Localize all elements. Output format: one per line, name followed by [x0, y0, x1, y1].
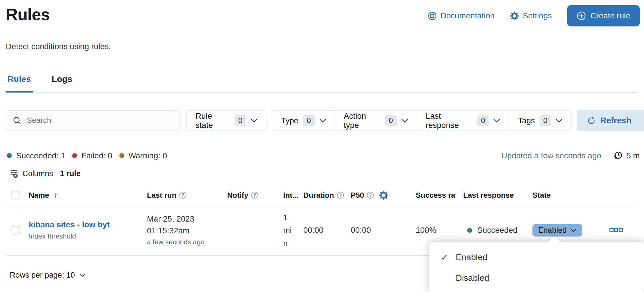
create-rule-button[interactable]: Create rule [567, 5, 640, 26]
rule-state-filter-label: Rule state [195, 112, 230, 130]
tags-filter[interactable]: Tags 0 [509, 111, 571, 130]
row-interval-cell: 1 min [283, 211, 303, 250]
action-type-filter[interactable]: Action type 0 [335, 111, 417, 130]
failed-status: Failed: 0 [72, 151, 112, 160]
header-state[interactable]: State [526, 191, 594, 200]
row-duration-cell: 00:00 [303, 226, 351, 235]
header-duration-label: Duration [303, 191, 334, 200]
tab-rules[interactable]: Rules [6, 72, 33, 93]
sort-ascending-icon: ↑ [54, 191, 58, 200]
interval-value: 1 min [283, 211, 295, 250]
search-input[interactable] [27, 116, 174, 125]
help-icon[interactable]: ? [179, 192, 186, 199]
rules-page: Rules Documentation Settings Create rule [0, 0, 644, 292]
time-refresh-icon [613, 151, 623, 160]
rules-toolbar: Rule state 0 Type 0 Action type 0 [6, 110, 644, 131]
select-all-cell [6, 191, 29, 199]
chevron-down-icon [251, 119, 257, 123]
header-interval[interactable]: Int... [283, 191, 303, 200]
warning-dot-icon [119, 153, 124, 158]
row-state-cell: Enabled [526, 224, 594, 237]
header-last-response-label: Last response [463, 191, 514, 200]
tags-count-badge: 0 [540, 115, 551, 126]
header-actions: Documentation Settings Create rule [428, 5, 640, 26]
status-bar: Succeeded: 1 Failed: 0 Warning: 0 Update… [7, 151, 640, 160]
last-response-filter-label: Last response [426, 112, 473, 130]
menu-item-enabled-label: Enabled [456, 252, 487, 262]
p50-value: 00:00 [351, 226, 371, 235]
settings-link[interactable]: Settings [510, 11, 552, 20]
rule-state-filter-wrap: Rule state 0 [186, 110, 267, 131]
table-controls: Columns 1 rule [9, 169, 81, 178]
type-filter-label: Type [281, 116, 298, 125]
success-rate-value: 100% [416, 226, 436, 235]
filter-group: Type 0 Action type 0 Last response 0 [272, 110, 572, 131]
refresh-interval-button[interactable]: 5 m [613, 151, 640, 160]
rule-state-filter[interactable]: Rule state 0 [187, 111, 266, 130]
rows-per-page-button[interactable]: Rows per page: 10 [10, 271, 86, 280]
state-value: Enabled [538, 226, 567, 235]
settings-label: Settings [523, 11, 552, 20]
columns-button[interactable]: Columns [9, 169, 53, 178]
page-subtitle: Detect conditions using rules. [6, 42, 111, 51]
help-icon[interactable]: ? [367, 192, 374, 199]
rule-type-label: Index threshold [29, 232, 76, 240]
chevron-down-icon [570, 228, 576, 232]
row-success-rate-cell: 100% [408, 226, 456, 235]
menu-item-enabled[interactable]: ✓ Enabled [429, 247, 644, 268]
tab-bar: Rules Logs [6, 72, 638, 93]
succeeded-dot-icon [467, 228, 472, 233]
p50-settings-gear-icon[interactable] [379, 191, 388, 200]
header-name-label: Name [29, 191, 49, 200]
refresh-button[interactable]: Refresh [577, 110, 644, 131]
row-actions-cell [594, 228, 638, 232]
type-count-badge: 0 [303, 115, 315, 126]
search-box[interactable] [6, 110, 181, 131]
action-type-filter-label: Action type [344, 112, 381, 130]
row-last-response-cell: Succeeded [456, 226, 526, 235]
header-p50-label: P50 [351, 191, 364, 200]
action-type-count-badge: 0 [385, 115, 396, 126]
columns-list-add-icon [9, 169, 18, 178]
row-checkbox[interactable] [12, 226, 20, 235]
header-state-label: State [532, 191, 551, 200]
chevron-down-icon [401, 119, 408, 123]
header-success-rate[interactable]: Success rat [408, 191, 456, 200]
chevron-down-icon [319, 119, 326, 123]
help-icon[interactable]: ? [337, 192, 344, 199]
rows-per-page-label: Rows per page: 10 [10, 271, 75, 280]
row-actions-boxes-icon[interactable] [610, 228, 623, 232]
header-p50[interactable]: P50 ? [351, 191, 408, 200]
header-interval-label: Int... [283, 191, 298, 200]
header-notify-label: Notify [227, 191, 248, 200]
rule-count: 1 rule [60, 169, 81, 178]
create-rule-label: Create rule [590, 11, 630, 20]
menu-item-disabled-label: Disabled [456, 273, 489, 283]
help-icon[interactable]: ? [251, 192, 258, 199]
last-run-relative: a few seconds ago [147, 238, 204, 246]
header-last-response[interactable]: Last response [456, 191, 526, 200]
select-all-checkbox[interactable] [12, 191, 20, 199]
tab-logs[interactable]: Logs [50, 72, 74, 93]
succeeded-dot-icon [7, 153, 12, 158]
rule-name-link[interactable]: kibana sites - low byt [29, 220, 110, 229]
header-last-run[interactable]: Last run ? [145, 191, 227, 200]
header-notify[interactable]: Notify ? [227, 191, 283, 200]
tags-filter-label: Tags [518, 116, 535, 125]
row-p50-cell: 00:00 [351, 226, 408, 235]
state-dropdown-badge[interactable]: Enabled [532, 224, 582, 237]
succeeded-status: Succeeded: 1 [7, 151, 65, 160]
header-name[interactable]: Name ↑ [29, 191, 145, 200]
menu-item-disabled[interactable]: Disabled [429, 268, 644, 288]
chevron-down-icon [80, 273, 86, 277]
header-last-run-label: Last run [147, 191, 177, 200]
duration-value: 00:00 [303, 226, 323, 235]
type-filter[interactable]: Type 0 [272, 111, 334, 130]
documentation-label: Documentation [440, 11, 494, 20]
documentation-link[interactable]: Documentation [428, 11, 494, 20]
header-duration[interactable]: Duration ? [303, 191, 351, 200]
last-response-value: Succeeded [477, 226, 518, 235]
state-menu: ✓ Enabled Disabled [429, 242, 644, 288]
failed-dot-icon [72, 153, 77, 158]
last-response-filter[interactable]: Last response 0 [417, 111, 509, 130]
